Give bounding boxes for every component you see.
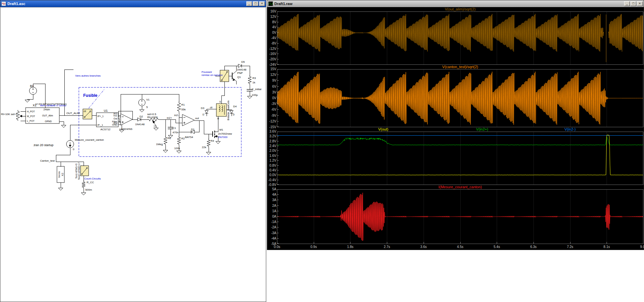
schematic-label: U1	[104, 109, 108, 112]
schematic-label: 500m	[85, 188, 92, 191]
y-axis-tick-label: -12V	[268, 120, 276, 123]
schematic-label: IP-_1	[97, 124, 103, 127]
schematic-label: 100µ	[252, 93, 258, 97]
waveform-window: Draft1.raw _ □ × V(out_alim)/sqrt(2)16V1…	[267, 0, 644, 250]
trace-label[interactable]: V(out_alim)/sqrt(2)	[445, 7, 476, 11]
x-axis-tick-label: 3.6s	[420, 245, 427, 249]
y-axis-tick-label: -4A	[268, 237, 276, 240]
x-axis-tick-label: 6.3s	[530, 245, 536, 249]
schematic-canvas[interactable]: B1V=33.94*sin(2*pi*50*time)Vers autres b…	[1, 7, 266, 301]
trace-label[interactable]: V(canton_test)/sqrt(2)	[442, 65, 478, 69]
y-axis-tick-label: 0V	[268, 97, 276, 100]
schematic-label: IP+_1	[97, 115, 104, 118]
y-axis-tick-label: 4V	[268, 26, 276, 29]
waveform-pane-2[interactable]	[277, 69, 643, 127]
schematic-label: 470n	[173, 131, 179, 134]
minimize-button[interactable]: _	[624, 1, 630, 6]
y-axis-tick-label: 0.0V	[268, 173, 276, 177]
schematic-label: C1	[173, 127, 176, 130]
y-axis-tick-label: 2.4V	[268, 144, 276, 148]
schematic-label: 2N7000	[218, 136, 228, 139]
close-button[interactable]: ×	[259, 1, 265, 6]
schematic-label: OUT_ALIM	[66, 112, 80, 115]
schematic-label: R3	[252, 77, 256, 80]
y-axis-tick-label: -15V	[268, 126, 276, 129]
schematic-label: D4	[233, 105, 237, 108]
schematic-label: in1-	[114, 112, 118, 115]
schematic-label: S	[219, 101, 221, 103]
y-axis-tick-label: 1A	[268, 210, 276, 213]
schematic-label: Rt=100K	[147, 116, 158, 119]
waveform-app-icon	[268, 1, 273, 6]
schematic-label: set=0.5	[147, 113, 156, 116]
minimize-button[interactable]: _	[246, 1, 252, 6]
schematic-label: R4	[211, 139, 214, 142]
waveform-pane-1[interactable]	[277, 11, 643, 65]
schematic-label: Pousseir	[202, 71, 212, 74]
trace-label[interactable]: V(in2+)	[476, 127, 488, 131]
schematic-label: D	[233, 113, 235, 116]
schematic-label: Fusible	[83, 93, 97, 98]
schematic-label: X1	[33, 104, 36, 107]
schematic-window-title: Draft1.asc	[7, 2, 245, 6]
schematic-window-titlebar[interactable]: Draft1.asc _ □ ×	[0, 0, 266, 7]
schematic-label: 1k	[252, 81, 255, 84]
schematic-label: remise en service	[202, 74, 223, 77]
schematic-label: Court-Circuits	[84, 177, 101, 180]
schematic-label: 1N4148	[135, 123, 145, 126]
y-axis-tick-label: -0.8V	[268, 183, 276, 187]
trace-label[interactable]: V(out)	[378, 127, 388, 131]
schematic-label: Rt=10K set=1	[1, 113, 18, 116]
y-axis-tick-label: -24V	[268, 63, 276, 66]
schematic-label: Ton1=8Tof1=9	[75, 164, 78, 179]
y-axis-tick-label: 2A	[268, 204, 276, 208]
schematic-label: 1Meg	[156, 143, 163, 146]
y-axis-tick-label: 3.2V	[268, 135, 276, 138]
y-axis-tick-label: 4A	[268, 193, 276, 196]
schematic-label: in2+	[167, 116, 172, 119]
schematic-label: C_initial	[252, 88, 262, 91]
trace-label[interactable]: I(Mesure_courant_canton)	[438, 185, 482, 189]
waveform-plot-area[interactable]: V(out_alim)/sqrt(2)16V12V8V4V0V-4V-8V-12…	[268, 7, 643, 249]
schematic-label: D	[203, 113, 204, 116]
schematic-label: out	[195, 117, 199, 120]
y-axis-tick-label: 3.6V	[268, 130, 276, 133]
y-axis-tick-label: 0.8V	[268, 164, 276, 167]
x-axis-tick-label: 8.1s	[604, 245, 610, 249]
schematic-app-icon	[1, 1, 6, 6]
y-axis-tick-label: 2.0V	[268, 149, 276, 153]
y-axis-tick-label: 1.6V	[268, 154, 276, 158]
schematic-label: H_POT	[27, 110, 35, 113]
y-axis-tick-label: 2.8V	[268, 140, 276, 143]
maximize-button[interactable]: □	[253, 1, 258, 6]
schematic-label: D5	[241, 60, 245, 63]
schematic-label: 0	[73, 148, 74, 151]
schematic-label: .tran 20 startup	[33, 143, 54, 147]
waveform-pane-4[interactable]	[277, 189, 643, 244]
x-axis-tick-label: 0.9s	[310, 245, 317, 249]
close-button[interactable]: ×	[637, 1, 643, 6]
schematic-label: D1	[191, 128, 195, 131]
y-axis-tick-label: -0.4V	[268, 179, 276, 182]
waveform-pane-3[interactable]	[277, 132, 643, 185]
schematic-label: 24sin	[43, 108, 50, 111]
schematic-label: 5	[146, 106, 148, 109]
y-axis-tick-label: 0A	[268, 215, 276, 218]
fusible-leader-line	[89, 89, 105, 108]
schematic-label: Ton2=16Tof2=17	[78, 162, 80, 180]
relay-bistable-dualcoils[interactable]	[216, 104, 226, 116]
x-axis-tick-label: 9.0s	[640, 245, 644, 249]
waveform-window-titlebar[interactable]: Draft1.raw _ □ ×	[267, 0, 644, 7]
schematic-label: Alim variable 0-18Vac	[40, 104, 66, 107]
y-axis-tick-label: -3A	[268, 231, 276, 235]
schematic-wires	[21, 66, 250, 192]
y-axis-tick-label: -4V	[268, 36, 276, 40]
y-axis-tick-label: 12V	[268, 73, 276, 77]
y-axis-tick-label: 16V	[268, 10, 276, 13]
x-axis-tick-label: 0.0s	[274, 245, 280, 249]
y-axis-tick-label: -1A	[268, 220, 276, 224]
maximize-button[interactable]: □	[631, 1, 636, 6]
trace-label[interactable]: V(in2-)	[564, 127, 576, 131]
y-axis-tick-label: -8V	[268, 42, 276, 45]
schematic-label: 1N4148	[237, 68, 247, 71]
